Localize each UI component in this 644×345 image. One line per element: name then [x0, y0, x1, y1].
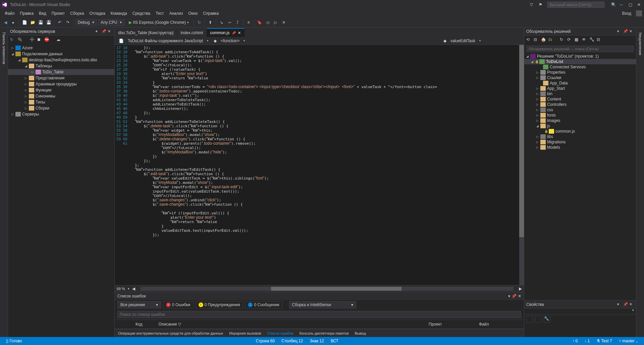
tree-procs[interactable]: ▷Хранимые процедуры [8, 81, 114, 87]
sol-appdata[interactable]: App_Data [524, 80, 636, 86]
clear-bookmark-icon[interactable]: ✕ [280, 19, 287, 26]
home-icon[interactable]: ⟲ [526, 37, 532, 43]
sol-js[interactable]: ◢js [524, 123, 636, 129]
breadcrumb-function[interactable]: ◆ <function>▾ [212, 38, 440, 44]
zoom-arrow[interactable]: ▾ [128, 287, 129, 290]
search-icon[interactable]: 🔍 [611, 2, 616, 7]
undo-button[interactable]: ↶ [56, 19, 63, 26]
close-panel-icon[interactable]: ✕ [108, 29, 112, 34]
sol-models[interactable]: ▷Models [524, 145, 636, 150]
status-branch[interactable]: ⑂ master ▴ [615, 339, 641, 343]
status-up[interactable]: ↑ 0 [569, 339, 581, 343]
step-over-icon[interactable]: ⤻ [226, 19, 233, 26]
sol-bin[interactable]: ▷bin [524, 91, 636, 96]
menu-средства[interactable]: Средства [130, 10, 153, 17]
filter-icon[interactable]: ▽ [530, 2, 535, 7]
pin-icon[interactable]: 📌 [623, 29, 628, 34]
sol-migrations[interactable]: ▷Migrations [524, 139, 636, 145]
close-icon[interactable]: ✕ [637, 2, 642, 7]
sync-icon[interactable]: ↻ [560, 37, 566, 43]
menu-правка[interactable]: Правка [17, 10, 37, 17]
props-dropdown[interactable]: ▾ [524, 308, 636, 315]
tree-azure[interactable]: ▷Azure [8, 45, 114, 51]
dropdown-icon[interactable]: ▾ [508, 294, 510, 298]
sol-fonts[interactable]: ▷fonts [524, 113, 636, 118]
sol-controllers[interactable]: ▷Controllers [524, 102, 636, 107]
properties-icon[interactable]: 🔧 [589, 37, 595, 43]
next-bookmark-icon[interactable]: ▷ [272, 19, 279, 26]
scope-icon[interactable]: 🗀 [548, 37, 554, 43]
step-into-icon[interactable]: ↘ [218, 19, 225, 26]
close-icon[interactable]: ✕ [629, 302, 634, 307]
breadcrumb-var[interactable]: ◆ valueEditTask▾ [441, 38, 522, 44]
refresh-icon[interactable]: ↻ [10, 37, 15, 43]
avatar-icon[interactable] [636, 10, 642, 16]
sol-properties[interactable]: ▷Properties [524, 70, 636, 75]
hscroll[interactable] [141, 287, 514, 291]
status-down[interactable]: ↓ 1 [581, 339, 593, 343]
redo-button[interactable]: ↷ [64, 19, 71, 26]
code-editor[interactable]: 17 18 19 20 21 22 23 24 25 26 27 28 29 3… [115, 45, 524, 285]
pin-icon[interactable]: 📌 [623, 302, 628, 307]
dropdown-icon[interactable]: ▾ [617, 29, 622, 34]
menu-сборка[interactable]: Сборка [67, 10, 87, 17]
categorize-button[interactable] [526, 316, 533, 323]
tab-index-cshtml[interactable]: Index.cshtml [177, 29, 207, 37]
tree-table-todo[interactable]: ▷ToDo_Table [8, 69, 114, 75]
zoom-label[interactable]: 68 % [117, 287, 125, 291]
messages-filter[interactable]: i0 Сообщения [245, 301, 282, 308]
sol-content[interactable]: ▷Content [524, 96, 636, 102]
errors-filter[interactable]: ✕0 Ошибки [163, 301, 194, 308]
open-button[interactable]: 📁 [29, 19, 36, 26]
menu-команда[interactable]: Команда [108, 10, 130, 17]
menu-тест[interactable]: Тест [153, 10, 167, 17]
scroll-right[interactable]: ▶ [519, 286, 522, 291]
azure-icon[interactable]: ☁ [56, 37, 62, 43]
refresh-icon[interactable]: ⟳ [567, 37, 573, 43]
add-icon[interactable]: ➕ [30, 37, 35, 43]
bottom-tab-0[interactable]: Операции инструментальных средств для об… [117, 330, 224, 336]
maximize-icon[interactable]: ▢ [629, 2, 633, 7]
refresh-icon[interactable]: ↻ [196, 19, 203, 26]
login-button[interactable]: Вход [620, 10, 634, 17]
tree-synonyms[interactable]: ▷Синонимы [8, 93, 114, 99]
close-icon[interactable]: ✕ [518, 294, 521, 298]
save-button[interactable]: 💾 [37, 19, 44, 26]
scroll-left[interactable]: ◀ [132, 286, 135, 291]
col-project[interactable]: Проект [427, 321, 471, 327]
config-combo[interactable]: Debug▼ [75, 19, 97, 26]
bottom-tab-1[interactable]: Иерархия вызовов [228, 330, 262, 336]
sol-appstart[interactable]: ▷App_Start [524, 86, 636, 91]
bottom-tab-4[interactable]: Вывод [354, 330, 367, 336]
notifications-tab[interactable]: Уведомления [638, 30, 643, 57]
tree-db[interactable]: ◢desktop-8aa2he4\sqlexpress.todo.dbo [8, 57, 114, 63]
pin-icon[interactable]: 📌 [232, 31, 236, 35]
error-search-input[interactable] [117, 311, 521, 318]
minimize-icon[interactable]: ─ [620, 2, 625, 7]
close-icon[interactable]: ✕ [629, 29, 634, 34]
save-all-button[interactable]: 💾 [45, 19, 52, 26]
preview-icon[interactable]: 👁 [582, 37, 588, 43]
menu-справка[interactable]: Справка [200, 10, 221, 17]
publish-icon[interactable]: ⬆ [207, 19, 214, 26]
project-node[interactable]: ◢🔒ToDoList [524, 59, 636, 64]
solution-root[interactable]: ◢Решение "ToDoList" (проектов: 1) [524, 54, 636, 59]
menu-вид[interactable]: Вид [36, 10, 49, 17]
col-code[interactable]: Код [134, 321, 150, 327]
props-wrench-button[interactable]: 🔧 [544, 316, 550, 323]
connect-icon[interactable]: 🔌 [17, 37, 23, 43]
menu-проект[interactable]: Проект [49, 10, 68, 17]
new-file-button[interactable]: 📄 [21, 19, 28, 26]
tab-common-js[interactable]: common.js📌✕ [207, 28, 245, 37]
close-tab-icon[interactable]: ✕ [238, 31, 241, 35]
comment-icon[interactable]: ≡ [245, 19, 252, 26]
warnings-filter[interactable]: !0 Предупреждения [196, 301, 243, 308]
bookmark-icon[interactable]: 🔖 [256, 19, 263, 26]
tree-assemblies[interactable]: ▷Сборки [8, 105, 114, 111]
bottom-tab-2[interactable]: Список ошибок [267, 330, 294, 336]
show-all-icon[interactable]: ▦ [575, 37, 581, 43]
prev-bookmark-icon[interactable]: ◁ [264, 19, 271, 26]
collapse-icon[interactable]: ⊟ [534, 37, 540, 43]
run-button[interactable]: ▶IIS Express (Google Chrome)▾ [126, 19, 192, 25]
toggle-icon[interactable]: ⊟ [597, 37, 603, 43]
